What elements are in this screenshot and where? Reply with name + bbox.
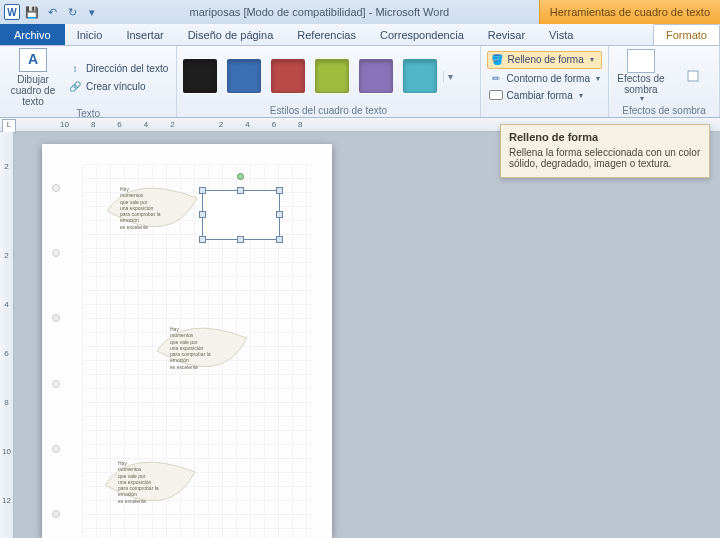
chevron-down-icon: ▾ xyxy=(596,74,600,83)
ruler-tick: 8 xyxy=(4,398,8,407)
ruler-tick: 12 xyxy=(2,496,11,505)
group-shape: 🪣 Relleno de forma ▾ ✏ Contorno de forma… xyxy=(481,46,609,117)
leaf-text: es excelente xyxy=(120,224,161,230)
ruler-tick: 2 xyxy=(219,120,223,129)
shape-outline-label: Contorno de forma xyxy=(507,73,590,84)
ruler-tick: 4 xyxy=(4,300,8,309)
style-swatch-purple[interactable] xyxy=(359,59,393,93)
qat-more-icon[interactable]: ▾ xyxy=(84,4,100,20)
resize-handle-bl[interactable] xyxy=(199,236,206,243)
text-direction-icon: ↕ xyxy=(68,62,82,76)
group-shape-label xyxy=(487,104,602,117)
ruler-tick: 2 xyxy=(170,120,174,129)
ribbon-tabs: Archivo Inicio Insertar Diseño de página… xyxy=(0,24,720,46)
style-swatch-red[interactable] xyxy=(271,59,305,93)
style-gallery-more-button[interactable]: ▾ xyxy=(443,71,457,82)
change-shape-label: Cambiar forma xyxy=(507,90,573,101)
ruler-tick: 10 xyxy=(2,447,11,456)
chevron-down-icon: ▾ xyxy=(579,91,583,100)
group-styles-label: Estilos del cuadro de texto xyxy=(183,104,473,117)
document-page[interactable]: Hay momentos que vale por una exposición… xyxy=(42,144,332,538)
shadow-effects-label: Efectos de sombra xyxy=(615,73,667,95)
group-styles: ▾ Estilos del cuadro de texto xyxy=(177,46,480,117)
tooltip-body: Rellena la forma seleccionada con un col… xyxy=(509,147,701,169)
tab-format[interactable]: Formato xyxy=(653,24,720,45)
ruler-tick: 10 xyxy=(60,120,69,129)
nudge-icon xyxy=(679,62,707,90)
shape-icon xyxy=(489,90,503,100)
leaf-text: es excelente xyxy=(118,498,159,504)
bucket-icon: 🪣 xyxy=(490,53,504,67)
ruler-tick: 2 xyxy=(4,251,8,260)
link-icon: 🔗 xyxy=(68,80,82,94)
tab-review[interactable]: Revisar xyxy=(476,25,537,45)
change-shape-button[interactable]: Cambiar forma ▾ xyxy=(487,89,602,102)
ruler-tick: 8 xyxy=(298,120,302,129)
ruler-tick: 4 xyxy=(245,120,249,129)
shape-fill-button[interactable]: 🪣 Relleno de forma ▾ xyxy=(487,51,602,69)
resize-handle-t[interactable] xyxy=(237,187,244,194)
leaf-shape-3[interactable]: Hay momentos que vale por una exposición… xyxy=(100,452,200,518)
page-holes xyxy=(52,184,62,518)
shape-fill-label: Relleno de forma xyxy=(508,54,584,65)
create-link-button[interactable]: 🔗 Crear vínculo xyxy=(66,79,170,95)
contextual-tab-title: Herramientas de cuadro de texto xyxy=(539,0,720,24)
leaf-shape-2[interactable]: Hay momentos que vale por una exposición… xyxy=(152,318,252,384)
text-direction-button[interactable]: ↕ Dirección del texto xyxy=(66,61,170,77)
tab-mail[interactable]: Correspondencia xyxy=(368,25,476,45)
draw-textbox-label: Dibujar cuadro de texto xyxy=(6,74,60,107)
selected-textbox[interactable] xyxy=(202,190,280,240)
chevron-down-icon: ▾ xyxy=(590,55,594,64)
ruler-tick: 6 xyxy=(4,349,8,358)
tab-references[interactable]: Referencias xyxy=(285,25,368,45)
resize-handle-br[interactable] xyxy=(276,236,283,243)
shape-outline-button[interactable]: ✏ Contorno de forma ▾ xyxy=(487,71,602,87)
group-text: A Dibujar cuadro de texto ↕ Dirección de… xyxy=(0,46,177,117)
group-shadow: Efectos de sombra ▾ Efectos de sombra xyxy=(609,46,720,117)
leaf-text: es excelente xyxy=(170,364,211,370)
resize-handle-tl[interactable] xyxy=(199,187,206,194)
style-gallery[interactable] xyxy=(183,59,437,93)
group-shadow-label: Efectos de sombra xyxy=(615,104,713,117)
ruler-tick: 6 xyxy=(272,120,276,129)
ruler-tick: 4 xyxy=(144,120,148,129)
redo-icon[interactable]: ↻ xyxy=(64,4,80,20)
text-direction-label: Dirección del texto xyxy=(86,63,168,74)
tab-view[interactable]: Vista xyxy=(537,25,585,45)
style-swatch-green[interactable] xyxy=(315,59,349,93)
style-swatch-blue[interactable] xyxy=(227,59,261,93)
title-bar: W 💾 ↶ ↻ ▾ mariposas [Modo de compatibili… xyxy=(0,0,720,24)
ruler-vertical[interactable]: 2 2 4 6 8 10 12 xyxy=(0,132,14,538)
pencil-icon: ✏ xyxy=(489,72,503,86)
tooltip-title: Relleno de forma xyxy=(509,131,701,143)
shadow-nudge-button[interactable] xyxy=(673,62,713,90)
ruler-tick: 2 xyxy=(4,162,8,171)
ruler-tick: 8 xyxy=(91,120,95,129)
tab-insert[interactable]: Insertar xyxy=(114,25,175,45)
tab-home[interactable]: Inicio xyxy=(65,25,115,45)
app-icon[interactable]: W xyxy=(4,4,20,20)
doc-title: mariposas [Modo de compatibilidad] - Mic… xyxy=(100,6,539,18)
resize-handle-b[interactable] xyxy=(237,236,244,243)
create-link-label: Crear vínculo xyxy=(86,81,145,92)
undo-icon[interactable]: ↶ xyxy=(44,4,60,20)
shadow-icon xyxy=(627,49,655,73)
resize-handle-tr[interactable] xyxy=(276,187,283,194)
ruler-tick: 6 xyxy=(117,120,121,129)
save-icon[interactable]: 💾 xyxy=(24,4,40,20)
svg-rect-0 xyxy=(688,71,698,81)
tab-layout[interactable]: Diseño de página xyxy=(176,25,286,45)
tooltip: Relleno de forma Rellena la forma selecc… xyxy=(500,124,710,178)
resize-handle-r[interactable] xyxy=(276,211,283,218)
chevron-down-icon: ▾ xyxy=(640,95,644,104)
resize-handle-l[interactable] xyxy=(199,211,206,218)
textbox-icon: A xyxy=(19,48,47,72)
leaf-shape-1[interactable]: Hay momentos que vale por una exposición… xyxy=(102,178,202,244)
style-swatch-cyan[interactable] xyxy=(403,59,437,93)
draw-textbox-button[interactable]: A Dibujar cuadro de texto xyxy=(6,48,60,107)
tab-file[interactable]: Archivo xyxy=(0,24,65,45)
rotate-handle[interactable] xyxy=(237,173,244,180)
ribbon: A Dibujar cuadro de texto ↕ Dirección de… xyxy=(0,46,720,118)
style-swatch-black[interactable] xyxy=(183,59,217,93)
shadow-effects-button[interactable]: Efectos de sombra ▾ xyxy=(615,49,667,104)
